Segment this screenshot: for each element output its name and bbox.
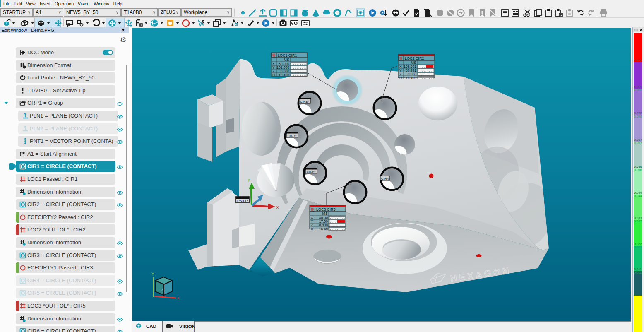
svg-text:Y: Y (151, 272, 154, 277)
svg-text:0.100: 0.100 (634, 58, 642, 62)
svg-text:MS: MS (411, 60, 417, 65)
svg-text:0.022: 0.022 (634, 245, 642, 249)
svg-text:LOC2 CIR2: LOC2 CIR2 (405, 56, 424, 60)
svg-text:x: x (276, 205, 279, 209)
svg-text:CIR7*: CIR7* (288, 134, 296, 138)
svg-text:0.067: 0.067 (634, 141, 642, 145)
svg-text:0.033: 0.033 (634, 219, 642, 223)
svg-text:z: z (161, 287, 163, 292)
svg-text:LOC1 CIR1: LOC1 CIR1 (278, 53, 297, 58)
svg-text:0.044: 0.044 (634, 194, 642, 198)
svg-text:0.056: 0.056 (634, 168, 642, 172)
svg-text:MS: MS (322, 212, 328, 216)
svg-text:MS: MS (284, 58, 290, 62)
svg-text:0.011: 0.011 (634, 271, 642, 274)
svg-text:CIR6*: CIR6* (307, 170, 315, 174)
svg-text:Y: Y (248, 178, 250, 183)
svg-text:CIR8*: CIR8* (300, 100, 309, 103)
svg-text:0.078: 0.078 (634, 115, 642, 118)
svg-text:LOC3 CIR5: LOC3 CIR5 (316, 207, 336, 212)
svg-text:0.089: 0.089 (634, 88, 642, 92)
svg-text:0.000: 0.000 (634, 292, 642, 296)
svg-text:x: x (177, 296, 179, 300)
svg-text:PNT1*: PNT1* (237, 199, 248, 203)
svg-text:CIR4: CIR4 (381, 177, 389, 180)
